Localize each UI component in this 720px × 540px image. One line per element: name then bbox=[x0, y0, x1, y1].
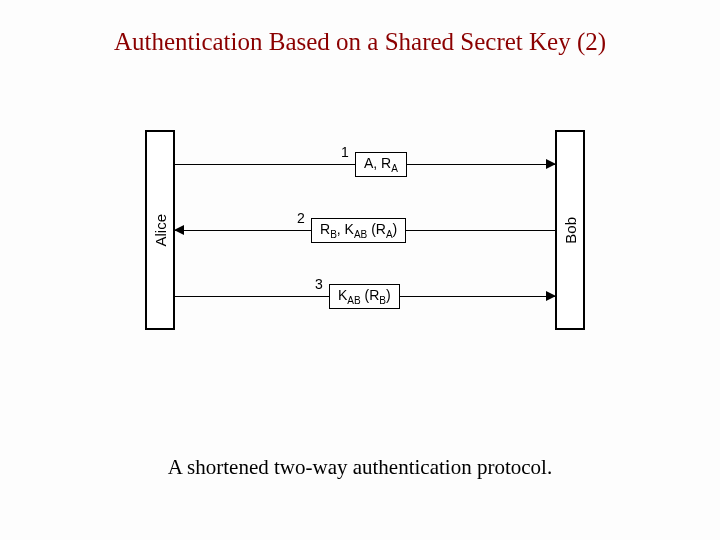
message-box-2: RB, KAB (RA) bbox=[311, 218, 406, 243]
message-box-1: A, RA bbox=[355, 152, 407, 177]
party-alice: Alice bbox=[145, 130, 175, 330]
slide-caption: A shortened two-way authentication proto… bbox=[0, 455, 720, 480]
step-number-3: 3 bbox=[315, 276, 323, 292]
protocol-diagram: Alice Bob 1 A, RA 2 RB, KAB (RA) 3 KAB (… bbox=[145, 130, 585, 330]
party-bob: Bob bbox=[555, 130, 585, 330]
slide-title: Authentication Based on a Shared Secret … bbox=[0, 28, 720, 56]
party-bob-label: Bob bbox=[562, 217, 579, 244]
step-number-2: 2 bbox=[297, 210, 305, 226]
step-number-1: 1 bbox=[341, 144, 349, 160]
message-box-3: KAB (RB) bbox=[329, 284, 400, 309]
party-alice-label: Alice bbox=[152, 214, 169, 247]
